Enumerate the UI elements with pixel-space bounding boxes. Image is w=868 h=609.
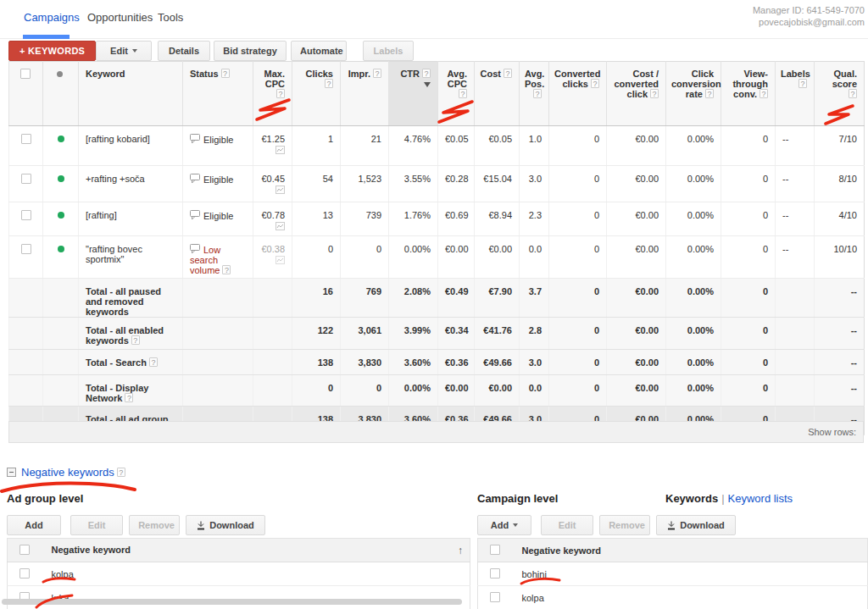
cost-converted-cell: €0.00 [607,166,666,202]
col-header-cost-per-converted-click[interactable]: Cost / converted click? [607,62,666,126]
col-header-keyword[interactable]: Keyword [79,62,183,126]
ad-group-level-heading: Ad group level [7,492,470,506]
row-checkbox[interactable] [490,592,500,602]
keyword-lists-link[interactable]: Keyword lists [728,492,793,505]
help-icon[interactable]: ? [504,69,512,78]
keyword-row: [rafting kobarid] Eligible €1.25 1 21 4.… [9,126,865,166]
help-icon[interactable]: ? [591,79,599,88]
col-header-avg-cpc[interactable]: Avg. CPC ? [438,62,475,126]
row-checkbox[interactable] [21,174,31,184]
edit-dropdown-button[interactable]: Edit [96,41,152,61]
negative-keyword-row: kolpa [478,586,868,609]
col-header-avg-pos[interactable]: Avg. Pos. ? [520,62,549,126]
col-header-negative-keyword[interactable]: Negative keyword [512,539,868,562]
ctr-cell: 0.00% [389,236,438,279]
row-checkbox[interactable] [19,568,30,579]
help-icon[interactable]: ? [149,357,158,367]
help-icon[interactable]: ? [373,69,381,78]
col-header-ctr[interactable]: CTR? [389,62,438,126]
avg-pos-cell: 3.0 [520,166,549,202]
avg-cpc-cell: €0.00 [438,236,475,279]
bid-strategy-dropdown-button[interactable]: Bid strategy [214,41,287,61]
status-enabled-icon[interactable] [58,246,64,252]
negative-table-header-row: Negative keyword↑ [8,539,470,562]
nav-tab-campaigns[interactable]: Campaigns [24,11,80,24]
impr-cell: 1,523 [341,166,389,202]
negative-keyword-cell: kolpa [42,562,470,586]
col-header-labels[interactable]: Labels? [776,62,815,126]
col-header-qual-score[interactable]: Qual. score ? [815,62,865,126]
help-icon[interactable]: ? [760,89,768,98]
help-icon[interactable]: ? [117,468,125,477]
bid-simulator-icon[interactable] [275,222,285,230]
keywords-lists-switch: Keywords|Keyword lists [665,492,793,505]
ctr-cell: 1.76% [389,202,438,236]
status-enabled-icon[interactable] [58,212,64,219]
avg-cpc-cell: €0.28 [438,166,475,202]
keyword-row: [rafting] Eligible €0.78 13 739 1.76% €0… [9,202,865,236]
help-icon[interactable]: ? [798,79,807,88]
impr-cell: 0 [341,236,389,279]
max-cpc-cell[interactable]: €0.38 [253,236,292,279]
remove-negative-keyword-button: Remove [129,515,180,535]
download-button[interactable]: Download [656,515,736,535]
col-header-clicks[interactable]: Clicks? [292,62,341,126]
add-negative-keyword-button[interactable]: Add [7,515,61,535]
col-header-max-cpc[interactable]: Max. CPC ? [253,62,292,126]
help-icon[interactable]: ? [276,89,285,98]
bid-simulator-icon[interactable] [275,146,285,154]
status-cell: Eligible [183,202,253,236]
help-icon[interactable]: ? [422,69,431,78]
row-checkbox[interactable] [21,244,31,254]
download-button[interactable]: Download [186,515,265,535]
help-icon[interactable]: ? [325,79,333,88]
col-header-status[interactable]: Status? [183,62,253,126]
row-checkbox[interactable] [21,210,31,220]
row-checkbox[interactable] [21,134,31,144]
ctr-cell: 3.55% [389,166,438,202]
help-icon[interactable]: ? [222,265,231,274]
show-rows-label[interactable]: Show rows: [808,427,856,437]
automate-dropdown-button[interactable]: Automate [291,41,347,61]
nav-tab-tools[interactable]: Tools [158,11,183,24]
help-icon[interactable]: ? [459,89,467,98]
add-keywords-button[interactable]: + KEYWORDS [8,41,96,61]
status-enabled-icon[interactable] [58,136,64,142]
status-enabled-icon[interactable] [58,175,64,182]
collapse-icon[interactable] [7,468,16,477]
col-header-cost[interactable]: Cost? [475,62,520,126]
select-all-checkbox[interactable] [20,69,31,79]
help-icon[interactable]: ? [849,89,857,98]
help-icon[interactable]: ? [221,69,230,78]
total-row-display-network: Total - Display Network? 0 0 0.00% €0.00… [9,375,865,407]
help-icon[interactable]: ? [533,89,542,98]
view-through-cell: 0 [721,202,776,236]
row-checkbox[interactable] [490,568,500,579]
col-header-view-through-conv[interactable]: View-through conv.? [721,62,776,126]
add-negative-keyword-dropdown-button[interactable]: Add [477,515,531,535]
view-through-cell: 0 [721,166,776,202]
horizontal-scrollbar[interactable] [2,599,462,605]
help-icon[interactable]: ? [131,335,140,345]
bid-simulator-icon[interactable] [275,256,285,264]
bid-simulator-icon[interactable] [275,185,285,194]
chevron-down-icon [513,523,518,527]
details-dropdown-button[interactable]: Details [158,41,210,61]
select-all-checkbox[interactable] [490,545,500,555]
help-icon[interactable]: ? [125,393,133,402]
help-icon[interactable]: ? [705,89,714,98]
help-icon[interactable]: ? [650,89,659,98]
keywords-tab[interactable]: Keywords [665,492,718,505]
negative-keywords-link[interactable]: Negative keywords [21,466,114,479]
col-header-converted-clicks[interactable]: Converted clicks? [549,62,607,126]
select-all-checkbox[interactable] [19,545,30,555]
nav-tab-opportunities[interactable]: Opportunities [87,11,153,24]
max-cpc-cell[interactable]: €0.78 [253,202,292,236]
max-cpc-cell[interactable]: €1.25 [253,126,292,166]
col-header-click-conversion-rate[interactable]: Click conversion rate? [666,62,721,126]
col-header-impr[interactable]: Impr.? [341,62,389,126]
max-cpc-cell[interactable]: €0.45 [253,166,292,202]
col-header-negative-keyword[interactable]: Negative keyword↑ [42,539,470,562]
avg-pos-cell: 1.0 [520,126,549,166]
top-navigation: Campaigns Opportunities Tools Manager ID… [0,0,868,39]
